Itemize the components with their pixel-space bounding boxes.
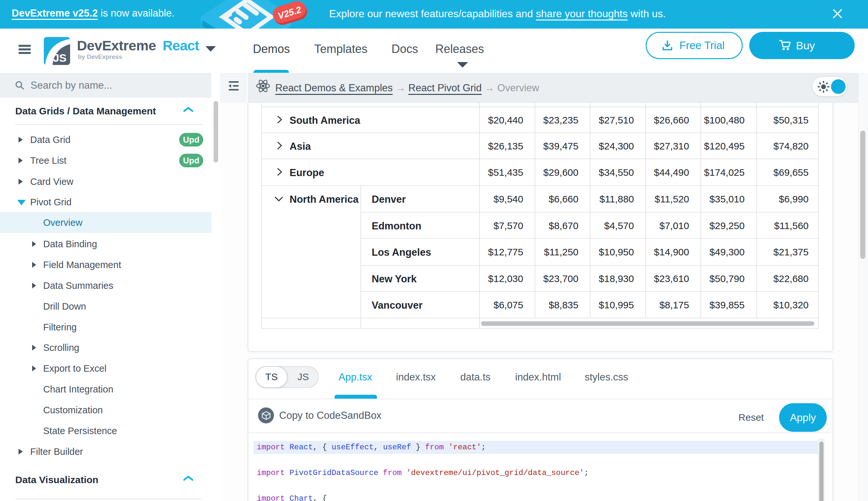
svg-text:JS: JS: [53, 52, 67, 64]
